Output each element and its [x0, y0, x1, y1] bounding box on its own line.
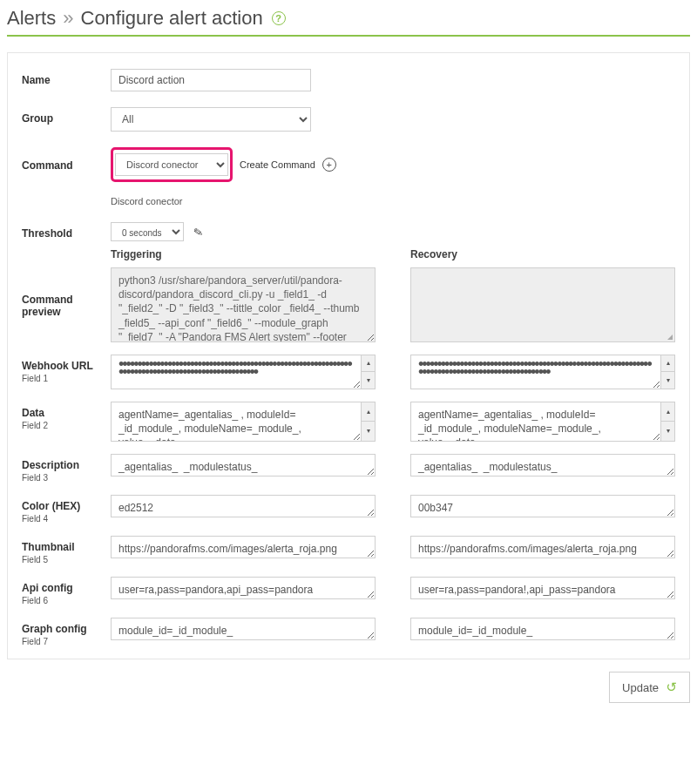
- field4-recovery[interactable]: 00b347: [410, 495, 675, 517]
- refresh-icon: ↻: [666, 679, 677, 695]
- stepper-up-icon[interactable]: ▴: [661, 402, 674, 422]
- stepper-down-icon[interactable]: ▾: [661, 372, 674, 389]
- stepper-up-icon[interactable]: ▴: [362, 355, 375, 372]
- label-name: Name: [22, 69, 102, 86]
- stepper-down-icon[interactable]: ▾: [362, 422, 375, 441]
- form-card: Name Group All Command Discord conector …: [7, 52, 690, 659]
- pencil-icon[interactable]: ✎: [193, 225, 204, 240]
- group-select[interactable]: All: [111, 107, 311, 132]
- field2-trigger[interactable]: agentName=_agentalias_ , moduleId= _id_m…: [111, 402, 362, 442]
- label-field5: ThumbnailField 5: [22, 536, 102, 564]
- preview-recovery: [410, 267, 675, 342]
- label-field3: DescriptionField 3: [22, 454, 102, 483]
- command-highlight: Discord conector: [111, 147, 233, 182]
- field2-recovery[interactable]: agentName=_agentalias_ , moduleId= _id_m…: [410, 402, 661, 442]
- field1-trigger[interactable]: ••••••••••••••••••••••••••••••••••••••••…: [111, 355, 362, 389]
- update-button[interactable]: Update ↻: [609, 672, 690, 703]
- label-field6: Api configField 6: [22, 577, 102, 605]
- threshold-select[interactable]: 0 seconds: [111, 222, 184, 241]
- breadcrumb: Alerts » Configure alert action ?: [7, 0, 690, 37]
- col-triggering: Triggering: [111, 248, 376, 260]
- field5-trigger[interactable]: https://pandorafms.com/images/alerta_roj…: [111, 536, 376, 558]
- plus-icon[interactable]: +: [322, 158, 336, 172]
- stepper-down-icon[interactable]: ▾: [362, 372, 375, 389]
- field4-trigger[interactable]: ed2512: [111, 495, 376, 517]
- label-field7: Graph configField 7: [22, 618, 102, 646]
- field7-trigger[interactable]: module_id=_id_module_: [111, 618, 376, 640]
- name-input[interactable]: [111, 69, 311, 91]
- field7-recovery[interactable]: module_id=_id_module_: [410, 618, 675, 640]
- stepper-down-icon[interactable]: ▾: [661, 422, 674, 441]
- field5-recovery[interactable]: https://pandorafms.com/images/alerta_roj…: [410, 536, 675, 558]
- field6-recovery[interactable]: user=ra,pass=pandora!,api_pass=pandora: [410, 577, 675, 599]
- field6-trigger[interactable]: user=ra,pass=pandora,api_pass=pandora: [111, 577, 376, 599]
- label-preview: Command preview: [22, 267, 102, 318]
- label-field2: DataField 2: [22, 402, 102, 430]
- help-icon[interactable]: ?: [272, 11, 286, 25]
- label-group: Group: [22, 107, 102, 125]
- label-field4: Color (HEX)Field 4: [22, 495, 102, 524]
- breadcrumb-separator: »: [63, 7, 73, 30]
- label-field1: Webhook URLField 1: [22, 355, 102, 383]
- field3-trigger[interactable]: _agentalias_ _modulestatus_: [111, 454, 376, 476]
- label-threshold: Threshold: [22, 222, 102, 240]
- command-note: Discord conector: [111, 196, 675, 206]
- create-command-link[interactable]: Create Command: [240, 159, 315, 170]
- breadcrumb-root[interactable]: Alerts: [7, 7, 56, 30]
- page-title: Configure alert action: [81, 7, 263, 30]
- command-select[interactable]: Discord conector: [115, 153, 228, 176]
- label-command: Command: [22, 147, 102, 172]
- stepper-up-icon[interactable]: ▴: [661, 355, 674, 372]
- stepper-up-icon[interactable]: ▴: [362, 402, 375, 422]
- field1-recovery[interactable]: ••••••••••••••••••••••••••••••••••••••••…: [410, 355, 661, 389]
- col-recovery: Recovery: [410, 248, 675, 260]
- preview-trigger: python3 /usr/share/pandora_server/util/p…: [111, 267, 376, 342]
- field3-recovery[interactable]: _agentalias_ _modulestatus_: [410, 454, 675, 476]
